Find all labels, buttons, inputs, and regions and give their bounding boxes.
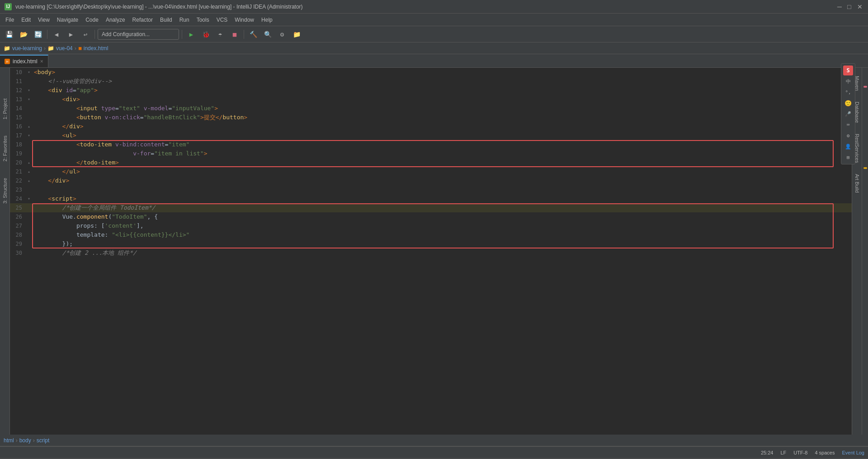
line-content-29: }); (32, 239, 852, 248)
menu-analyze[interactable]: Analyze (102, 15, 129, 25)
line-number-21: 21 (10, 167, 26, 176)
menu-vcs[interactable]: VCS (213, 15, 231, 25)
menu-view[interactable]: View (34, 15, 53, 25)
ime-zh-icon[interactable]: 中 (843, 76, 853, 86)
line-gutter-28 (26, 230, 32, 239)
line-number-10: 10 (10, 68, 26, 77)
maximize-button[interactable]: □ (847, 4, 854, 10)
line-gutter-19 (26, 149, 32, 158)
undo-button[interactable]: ↩ (79, 28, 92, 41)
menu-refactor[interactable]: Refactor (129, 15, 156, 25)
menu-navigate[interactable]: Navigate (53, 15, 82, 25)
breadcrumb-index-html[interactable]: index.html (84, 45, 108, 52)
indent-info: 4 spaces (815, 450, 835, 455)
bottom-bc-body[interactable]: body (19, 437, 31, 444)
code-content: 10▾<body>11 <!--vue接管的div-->12▾ <div id=… (10, 68, 852, 258)
breadcrumb-icon: 📁 (4, 45, 10, 52)
save-button[interactable]: 💾 (3, 28, 15, 41)
code-editor[interactable]: 10▾<body>11 <!--vue接管的div-->12▾ <div id=… (10, 68, 852, 435)
bottom-bc-html[interactable]: html (4, 437, 14, 444)
code-line-17: 17▾ <ul> (10, 131, 852, 140)
line-content-12: <div id="app"> (32, 86, 852, 95)
minimize-button[interactable]: ─ (837, 4, 844, 10)
line-gutter-11 (26, 77, 32, 86)
line-number-28: 28 (10, 230, 26, 239)
code-line-15: 15 <button v-on:click="handleBtnClick">提… (10, 113, 852, 122)
line-number-25: 25 (10, 203, 26, 212)
app-icon: IJ (5, 3, 12, 10)
back-button[interactable]: ◀ (50, 28, 63, 41)
debug-button[interactable]: 🐞 (199, 28, 212, 41)
coverage-button[interactable]: ☂ (214, 28, 226, 41)
ime-person-icon[interactable]: 👤 (843, 141, 853, 151)
line-gutter-30 (26, 248, 32, 258)
breadcrumb-vue-04[interactable]: vue-04 (56, 45, 73, 52)
build-button[interactable]: 🔨 (247, 28, 259, 41)
code-line-12: 12▾ <div id="app"> (10, 86, 852, 95)
menu-bar: File Edit View Navigate Code Analyze Ref… (0, 14, 868, 26)
window-controls[interactable]: ─ □ ✕ (837, 4, 863, 10)
panel-favorites[interactable]: 2: Favorites (0, 132, 9, 165)
stop-button[interactable]: ■ (228, 28, 241, 41)
menu-help[interactable]: Help (258, 15, 276, 25)
settings-button[interactable]: ⚙ (276, 28, 288, 41)
ime-punct-icon[interactable]: °, (843, 87, 853, 97)
line-content-17: <ul> (32, 131, 852, 140)
line-number-16: 16 (10, 122, 26, 131)
sync-button[interactable]: 🔄 (32, 28, 44, 41)
tab-close-button[interactable]: × (40, 58, 43, 65)
project-breadcrumb: 📁 vue-learning › 📁 vue-04 › ◼ index.html (0, 42, 868, 54)
line-content-25: /*创建一个全局组件 TodoItem*/ (32, 203, 852, 212)
line-gutter-13: ▾ (26, 95, 32, 104)
line-content-24: <script> (32, 194, 852, 203)
line-content-21: </ul> (32, 167, 852, 176)
breadcrumb-file-icon: ◼ (78, 46, 82, 51)
error-marker (863, 86, 867, 88)
line-gutter-29 (26, 239, 32, 248)
line-number-12: 12 (10, 86, 26, 95)
ime-keyboard-icon[interactable]: ⌨ (843, 120, 853, 130)
bottom-bc-script[interactable]: script (37, 437, 50, 444)
line-number-22: 22 (10, 176, 26, 185)
line-content-23 (32, 185, 852, 194)
panel-art-build[interactable]: Art Build (853, 170, 862, 197)
menu-window[interactable]: Window (231, 15, 258, 25)
open-button[interactable]: 📂 (17, 28, 30, 41)
tab-index-html[interactable]: H index.html × (0, 55, 48, 67)
line-number-13: 13 (10, 95, 26, 104)
menu-code[interactable]: Code (82, 15, 102, 25)
ime-grid-icon[interactable]: ⊞ (843, 152, 853, 162)
code-line-28: 28 template: "<li>{{content}}</li>" (10, 230, 852, 239)
status-bar: 25:24 LF UTF-8 4 spaces Event Log (0, 446, 868, 458)
breadcrumb-vue-learning[interactable]: vue-learning (12, 45, 42, 52)
code-line-30: 30 /*创建 2 ...本地 组件*/ (10, 248, 852, 258)
ime-emoji-icon[interactable]: 🙂 (843, 98, 853, 108)
line-number-17: 17 (10, 131, 26, 140)
toolbar-separator-3 (182, 30, 182, 39)
search-button[interactable]: 🔍 (261, 28, 274, 41)
line-gutter-14 (26, 104, 32, 113)
line-gutter-17: ▾ (26, 131, 32, 140)
line-content-16: </div> (32, 122, 852, 131)
run-config-dropdown[interactable]: Add Configuration... (98, 29, 179, 40)
ime-settings-icon[interactable]: ⚙ (843, 131, 853, 141)
line-content-27: props: ['content'], (32, 221, 852, 230)
menu-tools[interactable]: Tools (193, 15, 213, 25)
forward-button[interactable]: ▶ (65, 28, 77, 41)
line-number-27: 27 (10, 221, 26, 230)
menu-file[interactable]: File (2, 15, 18, 25)
menu-edit[interactable]: Edit (18, 15, 34, 25)
panel-project[interactable]: 1: Project (0, 95, 9, 123)
close-button[interactable]: ✕ (857, 4, 863, 10)
line-number-30: 30 (10, 248, 26, 258)
menu-run[interactable]: Run (176, 15, 193, 25)
event-log[interactable]: Event Log (842, 450, 864, 455)
run-button[interactable]: ▶ (185, 28, 198, 41)
ime-mic-icon[interactable]: 🎤 (843, 109, 853, 119)
panel-structure[interactable]: 3: Structure (0, 174, 9, 207)
error-stripe-panel (862, 68, 868, 435)
menu-build[interactable]: Build (156, 15, 176, 25)
line-gutter-16: ▴ (26, 122, 32, 131)
ime-s-icon[interactable]: S (843, 66, 853, 75)
terminal-button[interactable]: 📁 (290, 28, 303, 41)
